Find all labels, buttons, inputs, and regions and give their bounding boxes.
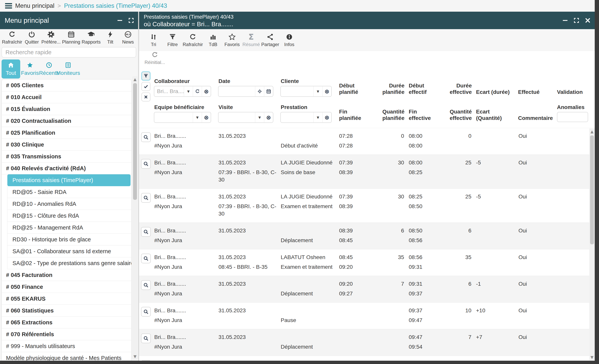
tilt-button[interactable]: Tilt	[102, 30, 118, 45]
clear-icon[interactable]: ⊗	[322, 86, 331, 96]
minimize-icon[interactable]	[562, 17, 569, 24]
sidebar-item[interactable]: # 045 Facturation	[2, 269, 131, 281]
row-magnifier-button[interactable]	[141, 227, 151, 237]
sidebar-item[interactable]: # 040 Relevés d'activité (RdA)	[2, 162, 131, 174]
sidebar-item[interactable]: Prestations saisies (TimePlayer)	[7, 174, 131, 186]
filter-toggle-button[interactable]	[141, 72, 150, 80]
sidebar-item[interactable]: # 035 Transmissions	[2, 151, 131, 162]
sidebar-item[interactable]: # 015 Évaluation	[2, 103, 131, 115]
table-row[interactable]: Bri... Bra.......#Nyon Jura 31.05.2023 D…	[139, 128, 589, 155]
sidebar-item[interactable]: SA@02 - Type de prestations sans genre s…	[7, 257, 131, 269]
row-magnifier-button[interactable]	[141, 333, 151, 343]
favorites-button[interactable]: Favoris	[223, 33, 241, 47]
table-scrollbar[interactable]: ▲ ▼	[589, 128, 595, 360]
sidebar-item[interactable]: # 070 Référentiels	[2, 329, 131, 340]
prestation-filter[interactable]: ▼ ⊗	[280, 112, 332, 123]
anomalies-filter-input[interactable]	[557, 112, 588, 122]
refresh-button[interactable]: Rafraîchir	[183, 33, 203, 47]
chevron-down-icon[interactable]: ▼	[184, 86, 193, 96]
reset-button[interactable]: Réinitial...	[145, 51, 165, 65]
quit-button[interactable]: Quitter	[24, 30, 40, 45]
planning-button[interactable]: Planning	[62, 30, 80, 45]
table-row[interactable]: Bri... Bra.......#Nyon Jura 31.05.202307…	[139, 155, 589, 189]
chevron-down-icon[interactable]: ▼	[313, 86, 322, 96]
summary-button[interactable]: ΣRésumé	[242, 33, 260, 47]
sidebar-item[interactable]: # 999 - Manuels utilisateurs	[2, 340, 131, 352]
clear-icon[interactable]: ⊗	[202, 112, 211, 122]
chevron-down-icon[interactable]: ▼	[313, 112, 322, 122]
sidebar-item[interactable]: # 065 Extractions	[2, 317, 131, 329]
maximize-icon[interactable]	[128, 17, 135, 24]
sidebar-item[interactable]: RD@10 - Anomalies RdA	[7, 198, 131, 210]
tab-recents[interactable]: Récents	[40, 59, 58, 78]
scroll-down-icon[interactable]: ▼	[589, 355, 595, 360]
table-row[interactable]: Bri... Bra.......#Nyon Jura 31.05.202308…	[139, 249, 589, 276]
collaborateur-filter[interactable]: Bri... Bra....... ▼ ⊗	[154, 86, 211, 97]
row-magnifier-button[interactable]	[141, 254, 151, 263]
search-input[interactable]	[1, 47, 136, 58]
chevron-down-icon[interactable]: ▼	[193, 112, 202, 122]
chevron-down-icon[interactable]: ▼	[255, 112, 264, 122]
maximize-icon[interactable]	[573, 17, 580, 24]
sidebar-item[interactable]: RD30 - Historique bris de glace	[7, 234, 131, 245]
breadcrumb-root[interactable]: Menu principal	[15, 2, 54, 9]
table-row[interactable]: Bri... Bra.......#Nyon Jura 31.05.2023 D…	[139, 329, 589, 356]
preferences-button[interactable]: Préfére...	[41, 30, 61, 45]
hamburger-menu-icon[interactable]	[5, 3, 12, 8]
info-button[interactable]: Infos	[280, 33, 298, 47]
sidebar-item[interactable]: # 055 EKARUS	[2, 293, 131, 305]
news-button[interactable]: News	[120, 30, 136, 45]
sidebar-item[interactable]: # 005 Clientes	[2, 79, 131, 91]
clear-icon[interactable]: ⊗	[264, 112, 273, 122]
close-icon[interactable]	[584, 17, 591, 24]
apply-filter-button[interactable]	[141, 82, 150, 91]
scroll-up-icon[interactable]: ▲	[132, 77, 138, 82]
equipe-filter[interactable]: ▼ ⊗	[154, 112, 211, 123]
sidebar-item[interactable]: # 030 Clinique	[2, 139, 131, 151]
cliente-filter[interactable]: ▼ ⊗	[280, 86, 332, 97]
dashboard-button[interactable]: TdB	[204, 33, 222, 47]
clear-filter-button[interactable]	[141, 93, 150, 102]
table-row[interactable]: Bri... Bra.......#Nyon Jura 31.05.2023 D…	[139, 223, 589, 249]
table-row[interactable]: Bri... Bra.......#Nyon Jura 31.05.2023 D…	[139, 276, 589, 303]
refresh-icon[interactable]	[193, 86, 202, 96]
scrollbar-thumb[interactable]	[590, 135, 594, 244]
date-filter[interactable]	[218, 86, 273, 97]
share-button[interactable]: Partager	[261, 33, 279, 47]
table-row[interactable]: Bri... Bra.......#Nyon Jura 31.05.2023 P…	[139, 303, 589, 329]
row-magnifier-button[interactable]	[141, 280, 151, 290]
row-magnifier-button[interactable]	[141, 159, 151, 169]
refresh-button[interactable]: Rafraîchir	[2, 30, 22, 45]
minimize-icon[interactable]	[116, 17, 123, 24]
scroll-down-icon[interactable]: ▼	[132, 354, 138, 359]
clear-icon[interactable]: ⊗	[322, 112, 331, 122]
sidebar-item[interactable]: SA@01 - Collaborateur sans Id externe	[7, 245, 131, 257]
sidebar-item[interactable]: # 060 Statistiques	[2, 305, 131, 317]
tab-favoris[interactable]: Favoris	[21, 59, 39, 78]
sidebar-item[interactable]: # 050 Finance	[2, 281, 131, 293]
table-row[interactable]: Bri... Bra....... 31.05.2023 LATOUR Abd-…	[139, 356, 589, 361]
sidebar-item[interactable]: Modèle physiologique de santé - Mes Pati…	[2, 352, 131, 361]
tab-tout[interactable]: Tout	[1, 59, 20, 78]
scroll-up-icon[interactable]: ▲	[589, 129, 595, 134]
scrollbar-thumb[interactable]	[133, 83, 137, 200]
row-magnifier-button[interactable]	[141, 307, 151, 317]
filter-button[interactable]: Filtre	[164, 33, 182, 47]
row-magnifier-button[interactable]	[141, 193, 151, 203]
sidebar-scrollbar[interactable]: ▲ ▼	[132, 76, 138, 360]
tab-moniteurs[interactable]: Moniteurs	[59, 59, 78, 78]
sidebar-item[interactable]: # 010 Accueil	[2, 91, 131, 103]
breadcrumb-current[interactable]: Prestations saisies (TimePlayer) 40/43	[64, 2, 167, 9]
visite-filter[interactable]: ▼ ⊗	[218, 112, 273, 123]
sidebar-item[interactable]: RD@25 - Management RdA	[7, 222, 131, 234]
sidebar-item[interactable]: RD@15 - Clôture des RdA	[7, 210, 131, 222]
sidebar-item[interactable]: RD@05 - Saisie RDA	[7, 186, 131, 198]
sidebar-item[interactable]: # 020 Contractualisation	[2, 115, 131, 127]
table-row[interactable]: Bri... Bra.......#Nyon Jura 31.05.202307…	[139, 189, 589, 223]
clear-icon[interactable]: ⊗	[202, 86, 211, 96]
row-magnifier-button[interactable]	[141, 132, 151, 142]
sidebar-item[interactable]: # 025 Planification	[2, 127, 131, 139]
sort-button[interactable]: Tri	[145, 33, 162, 47]
crosshair-icon[interactable]	[255, 86, 264, 96]
calendar-icon[interactable]	[264, 86, 273, 96]
